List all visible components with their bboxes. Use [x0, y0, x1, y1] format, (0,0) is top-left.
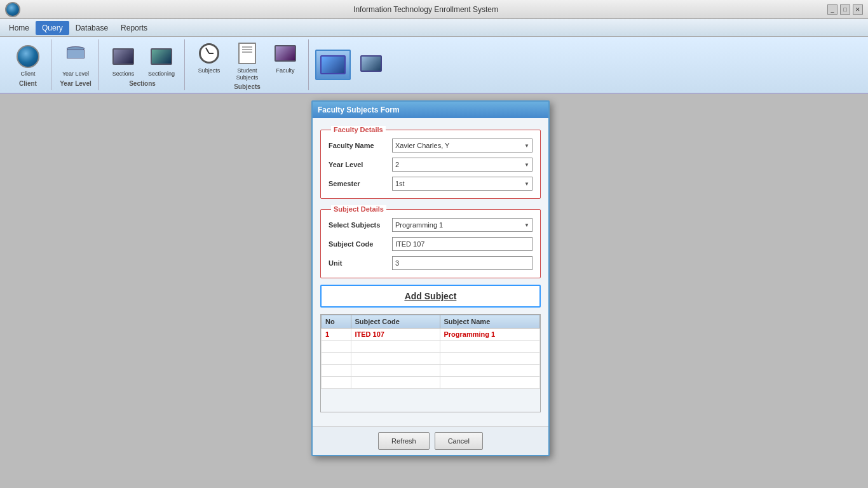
toolbar-btn-active2[interactable]: [353, 50, 389, 80]
year-level-arrow-icon: ▼: [524, 162, 529, 168]
year-level-control[interactable]: 2 ▼: [392, 158, 532, 172]
cancel-button[interactable]: Cancel: [435, 432, 483, 450]
faculty-btn-label: Faculty: [276, 67, 294, 74]
year-level-select[interactable]: 2 ▼: [392, 158, 532, 172]
faculty-name-arrow-icon: ▼: [524, 143, 529, 149]
toolbar-btn-sectioning[interactable]: Sectioning: [144, 43, 179, 79]
toolbar-btn-student-subjects[interactable]: Student Subjects: [229, 39, 265, 83]
cell-subject-code: ITED 107: [351, 329, 440, 341]
dialog-body: Faculty Details Faculty Name Xavier Char…: [313, 118, 548, 426]
select-subjects-arrow-icon: ▼: [524, 222, 529, 228]
col-no: No: [322, 315, 351, 329]
dialog-title: Faculty Subjects Form: [318, 105, 400, 114]
semester-arrow-icon: ▼: [524, 181, 529, 187]
database-icon: [63, 44, 88, 69]
year-level-row: Year Level 2 ▼: [329, 158, 532, 172]
menu-database[interactable]: Database: [69, 21, 114, 35]
toolbar-group-sections: Sections Sectioning Sections: [100, 39, 185, 90]
subjects-btn-label: Subjects: [198, 67, 220, 74]
subject-code-value: ITED 107: [395, 240, 424, 248]
subjects-group-label: Subjects: [234, 83, 261, 90]
yearlevel-btn-label: Year Level: [62, 71, 89, 78]
sections-btn-label: Sections: [112, 71, 135, 78]
monitor2-icon: [111, 44, 136, 69]
subject-details-legend: Subject Details: [331, 205, 386, 213]
subject-code-input[interactable]: ITED 107: [392, 237, 532, 251]
subjects-table-container[interactable]: No Subject Code Subject Name 1 ITED 107 …: [320, 314, 541, 412]
monitor4-icon: [273, 41, 298, 66]
subject-code-label: Subject Code: [329, 240, 392, 248]
table-body: 1 ITED 107 Programming 1: [322, 329, 540, 389]
toolbar-group-client: Client Client: [5, 39, 51, 90]
faculty-subjects-dialog: Faculty Subjects Form Faculty Details Fa…: [311, 100, 550, 456]
sections-group-label: Sections: [129, 80, 156, 87]
minimize-button[interactable]: _: [827, 4, 837, 15]
client-btn-label: Client: [20, 71, 35, 78]
refresh-button[interactable]: Refresh: [378, 432, 430, 450]
menu-reports[interactable]: Reports: [114, 21, 154, 35]
toolbar-btn-faculty[interactable]: Faculty: [268, 39, 303, 83]
select-subjects-select[interactable]: Programming 1 ▼: [392, 218, 532, 232]
semester-value: 1st: [395, 180, 405, 187]
table-row-empty1: [322, 341, 540, 353]
menu-query[interactable]: Query: [36, 21, 69, 35]
subjects-table: No Subject Code Subject Name 1 ITED 107 …: [321, 315, 540, 389]
yearlevel-group-label: Year Level: [60, 80, 91, 87]
clock-icon: [196, 41, 222, 66]
faculty-name-select[interactable]: Xavier Charles, Y ▼: [392, 139, 532, 152]
menu-home[interactable]: Home: [3, 21, 36, 35]
table-row[interactable]: 1 ITED 107 Programming 1: [322, 329, 540, 341]
client-group-label: Client: [19, 80, 37, 87]
select-subjects-control[interactable]: Programming 1 ▼: [392, 218, 532, 232]
faculty-name-control[interactable]: Xavier Charles, Y ▼: [392, 139, 532, 152]
window-title: Information Technology Enrollment System: [24, 5, 827, 14]
table-row-empty4: [322, 377, 540, 389]
toolbar-group-active: [310, 39, 394, 90]
select-subjects-label: Select Subjects: [329, 221, 392, 229]
faculty-name-row: Faculty Name Xavier Charles, Y ▼: [329, 139, 532, 152]
sectioning-btn-label: Sectioning: [148, 71, 175, 78]
semester-select[interactable]: 1st ▼: [392, 177, 532, 191]
toolbar-group-yearlevel: Year Level Year Level: [53, 39, 99, 90]
table-header-row: No Subject Code Subject Name: [322, 315, 540, 329]
unit-input[interactable]: 3: [392, 256, 532, 270]
semester-control[interactable]: 1st ▼: [392, 177, 532, 191]
maximize-button[interactable]: □: [840, 4, 850, 15]
paper-icon: [234, 41, 260, 66]
faculty-details-legend: Faculty Details: [331, 126, 386, 133]
year-level-label: Year Level: [329, 161, 392, 168]
close-button[interactable]: ✕: [853, 4, 863, 15]
dialog-title-bar: Faculty Subjects Form: [313, 102, 548, 118]
toolbar-btn-active1[interactable]: [315, 50, 351, 80]
dialog-footer: Refresh Cancel: [313, 426, 548, 455]
semester-row: Semester 1st ▼: [329, 177, 532, 191]
toolbar-btn-client[interactable]: Client: [10, 43, 46, 79]
student-subjects-btn-label: Student Subjects: [232, 67, 262, 81]
toolbar-btn-yearlevel[interactable]: Year Level: [58, 43, 93, 79]
menu-bar: Home Query Database Reports: [0, 19, 868, 37]
subject-code-control[interactable]: ITED 107: [392, 237, 532, 251]
toolbar-btn-sections[interactable]: Sections: [105, 43, 141, 79]
add-subject-button[interactable]: Add Subject: [320, 285, 541, 308]
faculty-name-label: Faculty Name: [329, 142, 392, 149]
add-subject-label: Add Subject: [405, 291, 457, 301]
select-subjects-row: Select Subjects Programming 1 ▼: [329, 218, 532, 232]
semester-label: Semester: [329, 180, 392, 187]
unit-label: Unit: [329, 259, 392, 267]
table-row-empty3: [322, 365, 540, 377]
globe-icon: [15, 44, 41, 69]
col-subject-code: Subject Code: [351, 315, 440, 329]
title-bar: Information Technology Enrollment System…: [0, 0, 868, 19]
app-globe-icon: [5, 2, 20, 17]
unit-control[interactable]: 3: [392, 256, 532, 270]
unit-row: Unit 3: [329, 256, 532, 270]
faculty-details-fieldset: Faculty Details Faculty Name Xavier Char…: [320, 126, 541, 199]
col-subject-name: Subject Name: [440, 315, 540, 329]
window-controls[interactable]: _ □ ✕: [827, 4, 863, 15]
table-row-empty2: [322, 353, 540, 365]
year-level-value: 2: [395, 161, 399, 168]
select-subjects-value: Programming 1: [395, 221, 443, 229]
subject-details-fieldset: Subject Details Select Subjects Programm…: [320, 205, 541, 278]
faculty-name-value: Xavier Charles, Y: [395, 142, 449, 149]
toolbar-btn-subjects[interactable]: Subjects: [191, 39, 227, 83]
